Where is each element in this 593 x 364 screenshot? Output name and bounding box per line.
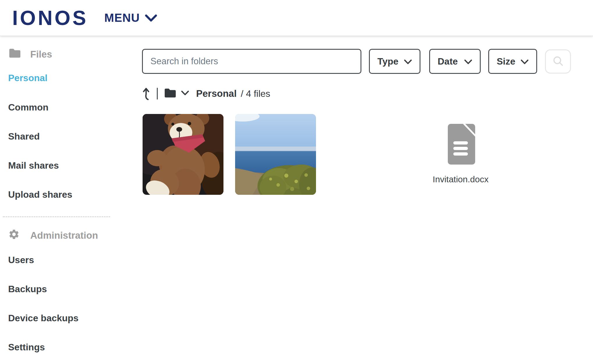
chevron-down-icon bbox=[464, 56, 472, 67]
landscape-photo-thumbnail bbox=[235, 114, 316, 195]
sidebar-item-device-backups[interactable]: Device backups bbox=[8, 313, 79, 324]
sidebar-item-settings[interactable]: Settings bbox=[8, 342, 45, 353]
menu-button-label: MENU bbox=[104, 11, 140, 24]
menu-button[interactable]: MENU bbox=[104, 11, 157, 24]
sidebar-item-shared[interactable]: Shared bbox=[8, 131, 40, 142]
folder-icon bbox=[8, 48, 22, 61]
search-submit-button[interactable] bbox=[545, 49, 571, 74]
breadcrumb: Personal / 4 files bbox=[142, 85, 270, 102]
file-tile-blank[interactable] bbox=[328, 114, 409, 195]
file-manager-app: IONOS MENU Files Personal Common Shared … bbox=[0, 0, 593, 364]
breadcrumb-current-folder[interactable]: Personal bbox=[196, 88, 237, 99]
magnifier-icon bbox=[552, 55, 564, 68]
chevron-down-icon bbox=[145, 11, 157, 24]
gear-icon bbox=[8, 229, 20, 242]
top-header-bar: IONOS MENU bbox=[0, 0, 593, 36]
folder-icon[interactable] bbox=[164, 88, 177, 100]
type-filter-dropdown[interactable]: Type bbox=[369, 49, 420, 74]
date-filter-dropdown[interactable]: Date bbox=[429, 49, 481, 74]
sidebar-section-administration: Administration bbox=[8, 229, 98, 242]
file-tile-landscape-photo[interactable] bbox=[235, 114, 316, 195]
sidebar-section-administration-label: Administration bbox=[30, 230, 98, 241]
sidebar-item-upload-shares[interactable]: Upload shares bbox=[8, 189, 72, 200]
sidebar-section-files: Files bbox=[8, 48, 52, 61]
search-input[interactable] bbox=[142, 49, 361, 74]
sidebar-item-users[interactable]: Users bbox=[8, 255, 34, 265]
arrow-up-icon[interactable] bbox=[142, 85, 152, 102]
teddy-photo-thumbnail bbox=[143, 114, 223, 195]
sidebar-item-mail-shares[interactable]: Mail shares bbox=[8, 160, 59, 171]
sidebar-nav: Files Personal Common Shared Mail shares… bbox=[0, 36, 114, 364]
sidebar-item-common[interactable]: Common bbox=[8, 102, 49, 113]
file-tile-invitation-docx[interactable]: Invitation.docx bbox=[420, 114, 501, 198]
file-tile-teddy-photo[interactable] bbox=[143, 114, 223, 195]
chevron-down-icon bbox=[404, 56, 412, 67]
sidebar-item-personal[interactable]: Personal bbox=[8, 73, 47, 83]
breadcrumb-separator bbox=[157, 88, 158, 99]
sidebar-item-backups[interactable]: Backups bbox=[8, 284, 47, 295]
file-name-label: Invitation.docx bbox=[433, 174, 489, 184]
breadcrumb-file-count: / 4 files bbox=[241, 88, 270, 99]
chevron-down-icon bbox=[521, 56, 529, 67]
size-filter-label: Size bbox=[497, 56, 515, 67]
sidebar-section-files-label: Files bbox=[30, 49, 52, 60]
ionos-logo: IONOS bbox=[12, 8, 88, 28]
date-filter-label: Date bbox=[438, 56, 458, 67]
type-filter-label: Type bbox=[377, 56, 398, 67]
sidebar-divider bbox=[3, 216, 110, 217]
file-document-icon bbox=[445, 123, 476, 166]
size-filter-dropdown[interactable]: Size bbox=[488, 49, 537, 74]
chevron-down-icon[interactable] bbox=[181, 90, 189, 97]
